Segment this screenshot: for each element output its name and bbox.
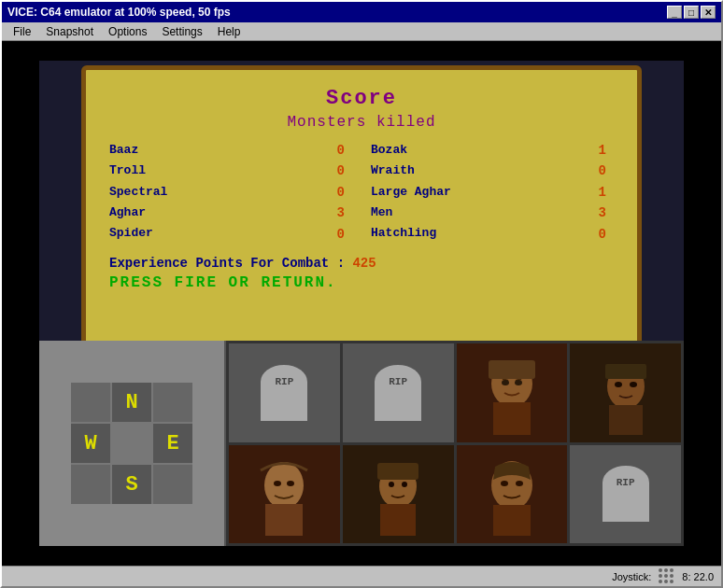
monster-name-spider: Spider: [109, 224, 203, 244]
svg-rect-10: [609, 405, 643, 435]
monster-row-wraith: Wraith 0: [371, 161, 614, 181]
minimize-button[interactable]: _: [667, 6, 682, 19]
compass: N W E S: [71, 383, 192, 504]
portrait-cell-7: [457, 445, 568, 544]
monster-name-wraith: Wraith: [371, 161, 464, 181]
monster-name-aghar: Aghar: [109, 203, 203, 223]
svg-rect-16: [265, 504, 303, 536]
monster-row-bozak: Bozak 1: [371, 140, 614, 161]
dot-6: [670, 574, 673, 578]
gravestone-2: RIP: [375, 365, 421, 421]
character-face-6: [361, 452, 435, 536]
monster-row-baaz: Baaz 0: [109, 140, 352, 161]
monster-row-troll: Troll 0: [109, 161, 352, 181]
character-face-5: [247, 452, 321, 536]
score-title: Score: [109, 87, 614, 110]
monster-name-men: Men: [371, 203, 464, 223]
dot-5: [664, 574, 668, 578]
menu-help[interactable]: Help: [210, 23, 248, 40]
svg-point-5: [502, 380, 509, 385]
portrait-cell-4: [570, 343, 681, 442]
experience-line: Experience Points For Combat : 425: [109, 256, 614, 271]
window-title: VICE: C64 emulator at 100% speed, 50 fps: [7, 6, 231, 19]
experience-value: 425: [352, 256, 376, 271]
svg-point-22: [389, 482, 394, 487]
monster-name-bozak: Bozak: [371, 141, 464, 161]
monster-count-large-aghar: 1: [599, 182, 606, 203]
svg-point-17: [274, 481, 281, 486]
gravestone-1: RIP: [261, 365, 307, 421]
monster-row-aghar: Aghar 3: [109, 203, 352, 223]
compass-east: E: [153, 424, 192, 463]
svg-point-18: [287, 481, 294, 486]
c64-screen: Score Monsters killed Baaz 0 Troll: [2, 41, 721, 566]
monster-name-large-aghar: Large Aghar: [371, 183, 464, 203]
rip-text-1: RIP: [275, 376, 293, 387]
monster-name-troll: Troll: [109, 161, 203, 181]
svg-point-29: [516, 481, 523, 486]
maximize-button[interactable]: □: [684, 6, 699, 19]
monster-grid: Baaz 0 Troll 0 Spectral 0: [109, 140, 614, 245]
close-button[interactable]: ✕: [701, 6, 716, 19]
monster-count-troll: 0: [337, 161, 345, 181]
joystick-dots: [659, 568, 674, 584]
svg-rect-13: [605, 364, 646, 379]
svg-point-23: [402, 482, 407, 487]
monster-col-left: Baaz 0 Troll 0 Spectral 0: [109, 140, 352, 245]
svg-point-12: [630, 382, 637, 387]
monsters-title: Monsters killed: [109, 114, 614, 131]
joystick-position: 8: 22.0: [682, 571, 714, 582]
monster-row-spider: Spider 0: [109, 224, 352, 245]
monster-count-hatchling: 0: [599, 224, 606, 245]
menu-file[interactable]: File: [6, 23, 38, 40]
menu-options[interactable]: Options: [101, 23, 154, 40]
monster-col-right: Bozak 1 Wraith 0 Large Aghar 1: [371, 140, 614, 245]
joystick-label: Joystick:: [612, 571, 651, 582]
portrait-cell-3: [457, 343, 568, 442]
svg-rect-7: [489, 360, 535, 379]
monster-count-aghar: 3: [337, 203, 345, 223]
svg-rect-21: [380, 504, 416, 536]
portrait-cell-1: RIP: [229, 343, 340, 442]
monster-name-hatchling: Hatchling: [371, 224, 464, 244]
monster-count-men: 3: [599, 203, 606, 223]
dot-1: [659, 568, 662, 572]
gravestone-3: RIP: [602, 466, 649, 522]
svg-rect-27: [493, 505, 531, 536]
monster-count-bozak: 1: [599, 140, 606, 161]
svg-rect-24: [377, 463, 418, 480]
monster-name-spectral: Spectral: [109, 183, 203, 203]
monster-row-large-aghar: Large Aghar 1: [371, 182, 614, 203]
game-content: Score Monsters killed Baaz 0 Troll: [39, 61, 684, 546]
portrait-cell-5: [229, 445, 340, 544]
menu-snapshot[interactable]: Snapshot: [38, 23, 101, 40]
svg-point-15: [264, 462, 304, 509]
compass-center: [112, 424, 151, 463]
svg-point-28: [501, 481, 508, 486]
portrait-cell-8: RIP: [570, 445, 681, 544]
title-bar-buttons: _ □ ✕: [667, 6, 716, 19]
joystick-status: Joystick: 8: 22.0: [612, 568, 714, 584]
svg-rect-2: [493, 402, 531, 435]
game-area: Score Monsters killed Baaz 0 Troll: [2, 41, 721, 566]
press-fire-text: PRESS FIRE OR RETURN.: [109, 274, 614, 291]
portrait-cell-2: RIP: [343, 343, 454, 442]
compass-north: N: [112, 383, 151, 422]
compass-west: W: [71, 424, 110, 463]
character-face-7: [475, 452, 549, 536]
main-window: VICE: C64 emulator at 100% speed, 50 fps…: [0, 0, 723, 588]
monster-count-wraith: 0: [599, 161, 606, 181]
dot-8: [664, 580, 668, 583]
dot-9: [670, 580, 673, 583]
character-face-3: [475, 351, 549, 435]
monster-name-baaz: Baaz: [109, 141, 203, 161]
portrait-grid: RIP RIP: [226, 341, 684, 546]
dot-3: [670, 568, 673, 572]
dot-2: [664, 568, 668, 572]
menu-settings[interactable]: Settings: [154, 23, 209, 40]
monster-row-hatchling: Hatchling 0: [371, 224, 614, 245]
experience-label: Experience Points For Combat :: [109, 256, 345, 271]
svg-point-6: [515, 380, 522, 385]
title-bar: VICE: C64 emulator at 100% speed, 50 fps…: [2, 2, 721, 22]
compass-south: S: [112, 465, 151, 504]
